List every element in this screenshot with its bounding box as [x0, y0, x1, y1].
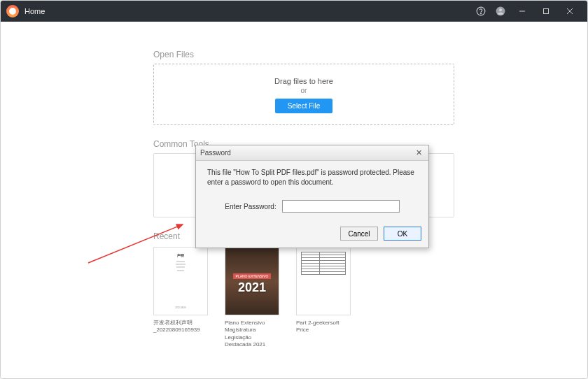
recent-item-label: 开发者权利声明_20220809165939 — [153, 320, 208, 334]
recent-grid: 声明 ━━━━━━━━━━━━━━━━━━━━━━━━ 2022-08-09 开… — [153, 247, 454, 349]
recent-item-label: Part 2-geekersoft Price — [296, 320, 351, 334]
open-files-label: Open Files — [153, 50, 454, 59]
maximize-button[interactable] — [534, 1, 558, 22]
recent-thumbnail: 声明 ━━━━━━━━━━━━━━━━━━━━━━━━ 2022-08-09 — [153, 247, 208, 315]
select-file-button[interactable]: Select File — [275, 99, 333, 113]
help-icon[interactable] — [471, 1, 491, 21]
password-dialog: Password ✕ This file "How To Split PDF f… — [195, 145, 429, 248]
recent-item-label: Plano Extensivo Magistratura Legislação … — [225, 320, 279, 349]
recent-item[interactable]: PLANO EXTENSIVO 2021 Plano Extensivo Mag… — [225, 247, 279, 349]
titlebar-title: Home — [24, 7, 45, 15]
cancel-button[interactable]: Cancel — [340, 227, 378, 241]
password-field-label: Enter Password: — [225, 203, 276, 210]
file-dropzone[interactable]: Drag files to here or Select File — [153, 64, 454, 125]
dialog-titlebar: Password ✕ — [196, 145, 428, 161]
dialog-title: Password — [200, 149, 231, 157]
password-input[interactable] — [282, 200, 400, 213]
dialog-close-icon[interactable]: ✕ — [413, 148, 424, 159]
svg-rect-5 — [544, 9, 549, 14]
ok-button[interactable]: OK — [384, 227, 421, 241]
recent-thumbnail: PLANO EXTENSIVO 2021 — [225, 247, 279, 315]
recent-item[interactable]: 声明 ━━━━━━━━━━━━━━━━━━━━━━━━ 2022-08-09 开… — [153, 247, 208, 334]
app-logo-icon — [6, 5, 19, 17]
svg-point-3 — [499, 8, 502, 11]
dropzone-text: Drag files to here — [154, 77, 454, 85]
recent-thumbnail — [296, 247, 351, 315]
svg-point-1 — [481, 13, 482, 14]
app-window: Home Open Files Drag files to here or Se… — [0, 0, 588, 379]
titlebar: Home — [1, 1, 587, 22]
close-button[interactable] — [558, 1, 582, 22]
minimize-button[interactable] — [510, 1, 534, 22]
dropzone-or: or — [154, 87, 454, 94]
recent-item[interactable]: Part 2-geekersoft Price — [296, 247, 351, 334]
dialog-message: This file "How To Split PDF files.pdf" i… — [207, 168, 417, 187]
user-avatar-icon[interactable] — [491, 1, 510, 21]
